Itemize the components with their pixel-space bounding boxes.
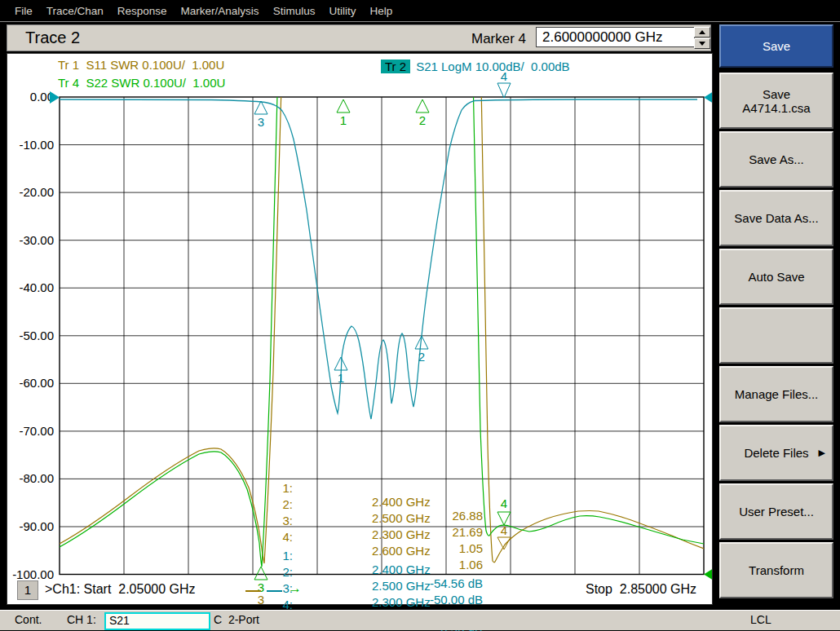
transform-label: Transform [749,563,804,577]
save-file-button[interactable]: Save A4714.1.csa [719,73,833,129]
tr1-color-dash-icon [245,590,261,592]
channel-label: CH 1: [67,613,96,626]
marker-3-label: 3 [258,115,264,129]
marker-table-row: 1: 2.400 GHz 26.88 [7,467,513,483]
trace-s21 [60,99,697,419]
spinner-up-icon [699,30,705,34]
save-file-line2: A4714.1.csa [742,101,810,115]
marker-1-triangle-icon [337,99,350,113]
title-bar: Trace 2 Marker 4 [7,24,711,51]
spinner-down-button[interactable] [694,38,710,49]
sweep-stop-label: Stop 2.85000 GHz [586,582,696,597]
save-as-label: Save As... [749,152,804,166]
menu-item-response[interactable]: Response [117,5,167,17]
active-trace-arrow-icon: → [288,580,302,597]
submenu-arrow-icon: ▶ [819,448,825,458]
tr2-color-dash-icon [267,590,282,592]
save-button[interactable]: Save [719,24,833,68]
marker-entry-label: Marker 4 [471,31,526,47]
marker-table-row: 2: 2.500 GHz 21.69 [7,483,513,499]
menu-item-utility[interactable]: Utility [329,5,356,17]
marker-table-row: 4: 2.600 GHz 1.06 [7,516,513,532]
marker-table-row: 3: 2.300 GHz -0.56 dB [7,567,513,583]
delete-files-button[interactable]: Delete Files ▶ [719,425,833,481]
marker-2-s21-label: 2 [418,350,425,364]
menu-item-file[interactable]: File [15,5,33,17]
blank-softkey-button[interactable] [719,307,833,364]
sweep-status: Cont. [15,613,42,626]
save-button-label: Save [763,39,790,53]
marker-4-triangle-icon [497,83,511,98]
save-data-as-button[interactable]: Save Data As... [719,190,833,246]
marker-2-triangle-icon [416,99,429,113]
sweep-end-icon [704,568,712,580]
marker-value-input[interactable] [536,27,695,47]
spinner-up-button[interactable] [694,27,710,38]
menu-item-stimulus[interactable]: Stimulus [273,5,316,17]
graph-panel: Tr 1 S11 SWR 0.100U/ 1.00U Tr 4 S22 SWR … [7,53,713,605]
menu-item-trace-chan[interactable]: Trace/Chan [46,5,104,17]
auto-save-button[interactable]: Auto Save [719,249,833,305]
auto-save-label: Auto Save [748,270,804,284]
marker-table-row: 1: 2.400 GHz -54.56 dB [7,535,513,550]
user-preset-label: User Preset... [739,505,814,518]
marker-4-label: 4 [501,69,507,83]
measurement-parameter-field[interactable]: S21 [104,612,210,630]
marker-table-row: 2: 2.500 GHz -50.00 dB [7,551,513,567]
ref-level-right-icon [704,91,712,104]
page-title: Trace 2 [25,29,80,47]
marker-table-row: 3: 2.300 GHz 1.05 [7,500,513,515]
save-as-button[interactable]: Save As... [719,131,833,188]
instrument-screen: { "menu": {"items": ["File","Trace/Chan"… [0,0,840,631]
ref-level-left-icon [50,91,60,104]
save-data-as-label: Save Data As... [734,211,818,225]
user-preset-button[interactable]: User Preset... [719,483,833,540]
menu-item-help[interactable]: Help [369,5,392,17]
correction-status: C 2-Port [214,613,259,626]
sweep-start-label: >Ch1: Start 2.05000 GHz [45,582,196,597]
lcl-status: LCL [750,613,771,626]
manage-files-label: Manage Files... [735,387,819,401]
spinner-down-icon [699,42,705,46]
menu-bar: File Trace/Chan Response Marker/Analysis… [0,0,840,22]
transform-button[interactable]: Transform [719,542,833,598]
marker-3-triangle-icon [254,101,267,114]
marker-2-label: 2 [419,113,426,127]
channel-number-badge: 1 [17,580,38,600]
marker-1-s21-label: 1 [338,371,344,385]
menu-item-marker-analysis[interactable]: Marker/Analysis [181,5,259,17]
status-bar: Cont. CH 1: S21 C 2-Port LCL [0,610,840,630]
manage-files-button[interactable]: Manage Files... [719,366,833,422]
marker-1-label: 1 [340,113,347,127]
save-file-line1: Save [763,87,790,101]
delete-files-label: Delete Files [744,446,808,460]
